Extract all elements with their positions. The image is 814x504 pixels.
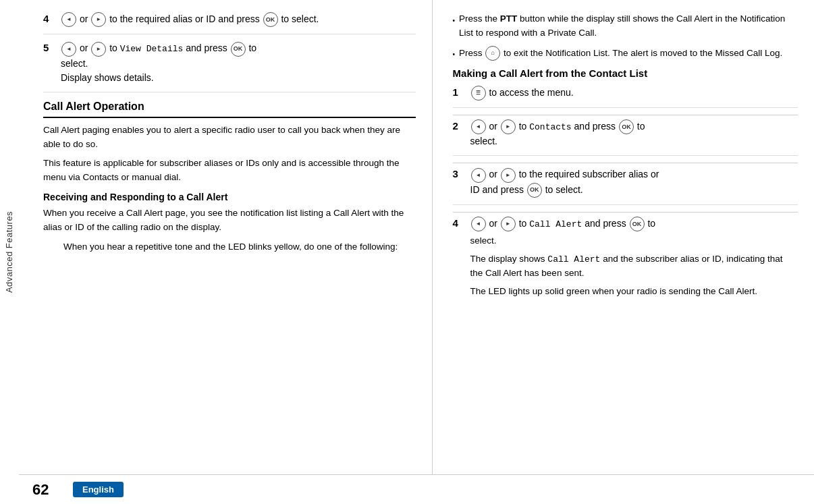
step-4-block: 4 or to the required alias or ID and pre… xyxy=(43,12,416,34)
right-arrow-icon-r2[interactable] xyxy=(501,119,516,134)
ptt-bold: PTT xyxy=(500,13,518,24)
right-step-4-sub2: The LED lights up solid green when your … xyxy=(470,285,798,299)
right-arrow-icon-5[interactable] xyxy=(91,42,106,57)
right-step-4-sub1: The display shows Call Alert and the sub… xyxy=(470,252,798,281)
right-step-4-or: or xyxy=(489,218,499,229)
step-line-3 xyxy=(453,212,798,213)
step-4-num: 4 xyxy=(43,13,55,24)
ok-icon-r4[interactable]: OK xyxy=(630,217,645,231)
right-section-heading: Making a Call Alert from the Contact Lis… xyxy=(453,67,798,79)
step-4-or1: or xyxy=(80,13,90,24)
step-5-content: or to View Details and press OK to selec… xyxy=(61,41,416,84)
sub-heading-receive: Receiving and Responding to a Call Alert xyxy=(43,192,416,202)
right-step-3: 3 or to the required subscriber alias or… xyxy=(453,167,798,205)
right-step-4-to: to xyxy=(519,218,530,229)
right-arrow-icon-4a[interactable] xyxy=(91,12,106,27)
left-arrow-icon-5[interactable] xyxy=(61,42,76,57)
right-step-2-to: to xyxy=(519,121,530,132)
step-5-code: View Details xyxy=(120,44,184,54)
page-number: 62 xyxy=(32,481,59,499)
right-step-3-or: or xyxy=(489,169,499,179)
step-5-select-label: select. xyxy=(61,58,88,69)
right-step-4-sub1-code: Call Alert xyxy=(547,254,600,264)
ok-icon-r3[interactable]: OK xyxy=(527,183,542,198)
left-arrow-icon-r3[interactable] xyxy=(471,168,486,183)
right-column: • Press the PTT button while the display… xyxy=(433,0,814,474)
right-step-1-num: 1 xyxy=(453,86,465,98)
language-badge: English xyxy=(73,482,124,497)
ok-icon-4[interactable]: OK xyxy=(263,12,278,27)
right-step-2-and-press: and press xyxy=(574,121,618,132)
step-5-num: 5 xyxy=(43,42,55,53)
left-column: 4 or to the required alias or ID and pre… xyxy=(19,0,433,474)
right-step-2-num: 2 xyxy=(453,120,465,132)
right-step-2-or: or xyxy=(489,121,499,132)
right-step-3-content: or to the required subscriber alias or I… xyxy=(470,167,798,198)
step-5-sub: Display shows details. xyxy=(61,72,154,83)
right-arrow-icon-r4[interactable] xyxy=(501,217,516,231)
right-step-4-code: Call Alert xyxy=(529,219,582,229)
right-step-4-num: 4 xyxy=(453,217,465,229)
right-step-4-select: select. xyxy=(470,234,798,248)
right-step-4-content: or to Call Alert and press OK to xyxy=(470,217,798,231)
right-step-3-num: 3 xyxy=(453,168,465,179)
bullet-list: • Press the PTT button while the display… xyxy=(453,12,798,61)
home-icon[interactable]: ⌂ xyxy=(485,46,500,61)
right-step-1: 1 ☰ to access the menu. xyxy=(453,86,798,108)
step-5-block: 5 or to View Details and press OK to sel… xyxy=(43,41,416,92)
ok-icon-5[interactable]: OK xyxy=(231,42,246,57)
section-divider xyxy=(43,117,416,118)
step-4-content: or to the required alias or ID and press… xyxy=(61,12,416,27)
bullet-dot-1: • xyxy=(453,16,456,26)
left-arrow-icon-r4[interactable] xyxy=(471,217,486,231)
right-step-4-to-label: to xyxy=(647,218,655,229)
step-5-to: to xyxy=(109,43,120,53)
main-content: 4 or to the required alias or ID and pre… xyxy=(19,0,814,504)
step-4-text: to the required alias or ID and press xyxy=(109,13,262,24)
bullet-1-text: Press the PTT button while the display s… xyxy=(459,12,798,40)
step-5-to-select: to xyxy=(248,43,256,53)
right-step-3-text: to the required subscriber alias or xyxy=(519,169,659,179)
right-step-1-content: ☰ to access the menu. xyxy=(470,86,798,101)
right-step-3-id: ID and press xyxy=(470,184,526,195)
right-step-2-to-select: to xyxy=(637,121,645,132)
bullet-item-1: • Press the PTT button while the display… xyxy=(453,12,798,40)
right-step-2-code: Contacts xyxy=(529,122,571,132)
right-step-3-select: to select. xyxy=(545,184,583,195)
sidebar-tab: Advanced Features xyxy=(0,0,19,504)
step-line-1 xyxy=(453,115,798,115)
section-heading: Call Alert Operation xyxy=(43,101,416,113)
right-arrow-icon-r3[interactable] xyxy=(501,168,516,183)
note-text: When you hear a repetitive tone and the … xyxy=(63,242,398,252)
right-step-4: 4 or to Call Alert and press OK to selec… xyxy=(453,217,798,306)
right-step-1-text: to access the menu. xyxy=(489,87,573,98)
body-para-1: Call Alert paging enables you to alert a… xyxy=(43,123,416,152)
menu-icon-1[interactable]: ☰ xyxy=(471,86,486,101)
footer-bar: 62 English xyxy=(19,474,814,504)
step-line-2 xyxy=(453,163,798,163)
right-step-4-sub: select. The display shows Call Alert and… xyxy=(470,234,798,299)
note-block: When you hear a repetitive tone and the … xyxy=(63,240,416,254)
step-5-or: or xyxy=(80,43,90,53)
bullet-dot-2: • xyxy=(453,49,456,60)
bullet-item-2: • Press ⌂ to exit the Notification List.… xyxy=(453,46,798,61)
sidebar-label: Advanced Features xyxy=(5,211,15,293)
call-alert-section: Call Alert Operation Call Alert paging e… xyxy=(43,101,416,254)
bullet-2-text: Press ⌂ to exit the Notification List. T… xyxy=(459,46,782,61)
step-5-and-press: and press xyxy=(186,43,229,53)
right-step-4-and-press: and press xyxy=(585,218,628,229)
step-4-select: to select. xyxy=(281,13,319,24)
right-step-2-select: select. xyxy=(470,136,497,146)
right-step-2-content: or to Contacts and press OK to select. xyxy=(470,119,798,148)
body-para-3: When you receive a Call Alert page, you … xyxy=(43,206,416,235)
ok-icon-r2[interactable]: OK xyxy=(619,119,634,134)
left-arrow-icon-4a[interactable] xyxy=(61,12,76,27)
right-step-2: 2 or to Contacts and press OK to select. xyxy=(453,119,798,156)
body-para-2: This feature is applicable for subscribe… xyxy=(43,157,416,185)
left-arrow-icon-r2[interactable] xyxy=(471,119,486,134)
